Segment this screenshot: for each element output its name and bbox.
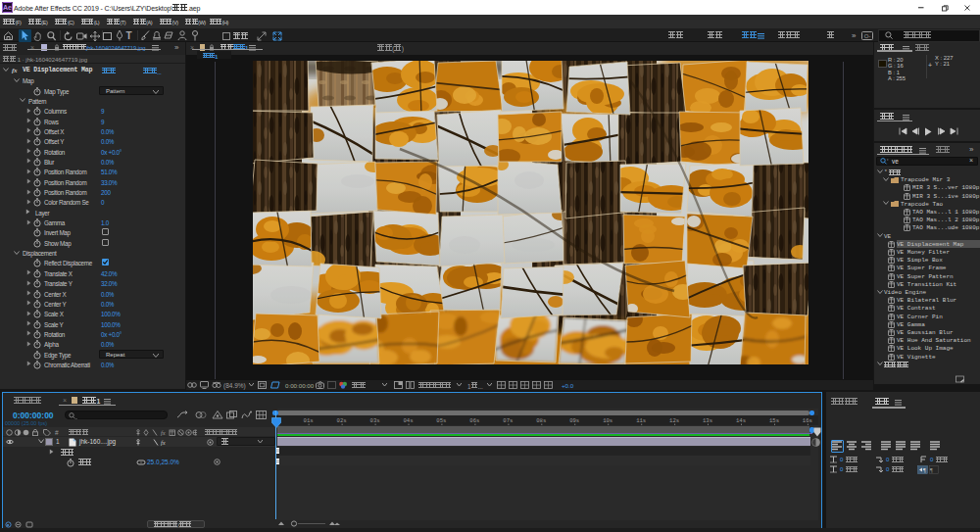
svg-text:Ae: Ae <box>3 4 12 11</box>
svg-text:16s: 16s <box>803 417 812 424</box>
svg-text:10s: 10s <box>603 417 612 424</box>
svg-text:03s: 03s <box>370 417 380 424</box>
svg-text:04s: 04s <box>403 417 413 424</box>
svg-text:¶: ¶ <box>930 467 933 473</box>
svg-text:14s: 14s <box>736 417 746 424</box>
svg-text:15s: 15s <box>769 417 779 424</box>
svg-text:fx: fx <box>161 429 166 436</box>
svg-text:07s: 07s <box>503 417 513 424</box>
svg-text:08s: 08s <box>536 417 546 424</box>
svg-text:09s: 09s <box>569 417 579 424</box>
svg-text:12s: 12s <box>669 417 679 424</box>
svg-text:06s: 06s <box>469 417 479 424</box>
svg-text:05s: 05s <box>436 417 446 424</box>
svg-text:O-: O- <box>864 33 871 39</box>
svg-text:02s: 02s <box>337 417 347 424</box>
svg-text:fx: fx <box>161 439 166 446</box>
svg-text:13s: 13s <box>703 417 712 424</box>
svg-text:11s: 11s <box>636 417 646 424</box>
svg-text:01s: 01s <box>304 417 314 424</box>
svg-text:¶: ¶ <box>923 467 926 473</box>
